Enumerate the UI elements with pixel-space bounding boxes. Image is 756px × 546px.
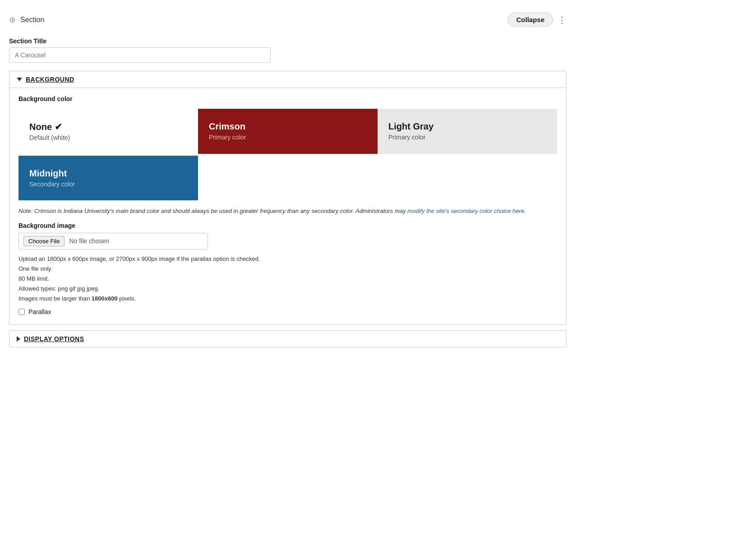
- color-crimson-desc: Primary color: [209, 134, 367, 141]
- display-options-panel: DISPLAY OPTIONS: [9, 330, 567, 347]
- bg-color-label: Background color: [18, 95, 557, 102]
- note-after: .: [524, 208, 526, 214]
- display-options-label: DISPLAY OPTIONS: [24, 335, 84, 342]
- color-crimson-name: Crimson: [209, 121, 367, 132]
- file-input-row: Choose File No file chosen: [18, 233, 208, 250]
- upload-info-line1: Upload an 1800px x 600px image, or 2700p…: [18, 255, 260, 262]
- color-option-midnight[interactable]: Midnight Secondary color: [18, 156, 198, 200]
- background-panel-header[interactable]: BACKGROUND: [9, 71, 566, 88]
- background-panel-body: Background color None ✔ Default (white) …: [9, 88, 566, 324]
- color-lightgray-desc: Primary color: [388, 134, 546, 141]
- section-title-container: Section Title: [9, 37, 567, 71]
- display-options-header[interactable]: DISPLAY OPTIONS: [9, 331, 566, 347]
- color-option-empty2: [378, 156, 557, 200]
- note-link[interactable]: modify the site's secondary color choice…: [407, 208, 524, 214]
- no-file-text: No file chosen: [69, 237, 109, 245]
- color-option-lightgray[interactable]: Light Gray Primary color: [378, 109, 557, 154]
- color-option-none[interactable]: None ✔ Default (white): [18, 109, 198, 154]
- upload-info: Upload an 1800px x 600px image, or 2700p…: [18, 254, 557, 304]
- color-option-crimson[interactable]: Crimson Primary color: [198, 109, 378, 154]
- collapse-button[interactable]: Collapse: [507, 13, 553, 27]
- note-before: Note: Crimson is Indiana University's ma…: [18, 208, 407, 214]
- note-text: Note: Crimson is Indiana University's ma…: [18, 207, 557, 216]
- background-panel: BACKGROUND Background color None ✔ Defau…: [9, 71, 567, 325]
- section-header: ⊕ Section Collapse ⋮: [9, 9, 567, 30]
- parallax-checkbox[interactable]: [18, 309, 25, 315]
- more-options-icon[interactable]: ⋮: [558, 14, 567, 25]
- color-none-desc: Default (white): [29, 134, 187, 141]
- bg-image-label: Background image: [18, 222, 557, 229]
- drag-handle-icon[interactable]: ⊕: [9, 15, 16, 25]
- section-header-right: Collapse ⋮: [507, 13, 567, 27]
- parallax-row: Parallax: [18, 308, 557, 315]
- parallax-label: Parallax: [28, 308, 51, 315]
- upload-info-after: pixels.: [118, 295, 136, 302]
- triangle-down-icon: [17, 78, 22, 81]
- color-none-name: None ✔: [29, 121, 187, 132]
- upload-info-line2: One file only.: [18, 265, 52, 272]
- color-lightgray-name: Light Gray: [388, 121, 546, 132]
- color-option-empty1: [198, 156, 378, 200]
- color-grid-row2: Midnight Secondary color: [18, 156, 557, 200]
- upload-info-line4: Allowed types: png gif jpg jpeg.: [18, 285, 99, 292]
- color-midnight-name: Midnight: [29, 168, 187, 179]
- background-panel-label: BACKGROUND: [26, 76, 74, 83]
- section-title-input[interactable]: [9, 47, 271, 63]
- choose-file-button[interactable]: Choose File: [23, 236, 65, 246]
- color-grid-row1: None ✔ Default (white) Crimson Primary c…: [18, 109, 557, 154]
- triangle-right-icon: [17, 336, 20, 342]
- upload-size-bold: 1800x600: [92, 295, 118, 302]
- section-label: Section: [20, 16, 44, 24]
- upload-info-line3: 80 MB limit.: [18, 275, 49, 282]
- section-header-left: ⊕ Section: [9, 15, 44, 25]
- section-title-label: Section Title: [9, 37, 567, 45]
- upload-info-line5: Images must be larger than: [18, 295, 92, 302]
- color-midnight-desc: Secondary color: [29, 180, 187, 188]
